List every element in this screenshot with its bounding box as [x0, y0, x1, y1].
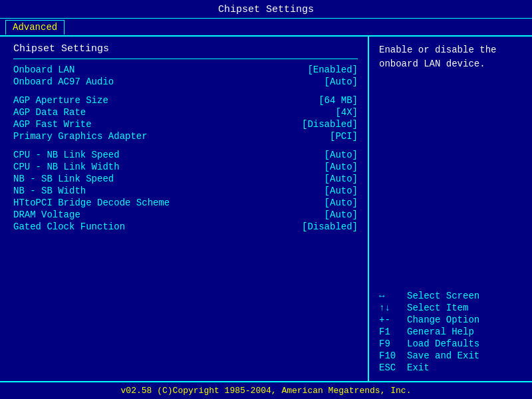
nb-sb-speed-value: [Auto] — [325, 174, 358, 184]
key-label-4: F9 — [379, 338, 407, 349]
help-text: Enable or disable the onboard LAN device… — [379, 43, 522, 71]
key-desc-5: Save and Exit — [407, 350, 479, 361]
left-panel: Chipset Settings Onboard LAN [Enabled] O… — [0, 37, 369, 381]
section-title: Chipset Settings — [13, 43, 358, 55]
key-row-6: ESC Exit — [379, 362, 522, 373]
settings-group-1: AGP Aperture Size [64 MB] AGP Data Rate … — [13, 95, 358, 143]
title-text: Chipset Settings — [218, 4, 314, 15]
footer-text: v02.58 (C)Copyright 1985-2004, American … — [121, 386, 412, 396]
key-desc-3: General Help — [407, 327, 474, 337]
cpu-nb-speed-value: [Auto] — [325, 150, 358, 160]
title-bar: Chipset Settings — [0, 0, 532, 19]
cpu-nb-speed-label: CPU - NB Link Speed — [13, 150, 120, 160]
setting-row-primary-graphics: Primary Graphics Adapter [PCI] — [13, 131, 358, 142]
ac97-value: [Auto] — [325, 76, 358, 87]
nb-sb-speed-label: NB - SB Link Speed — [13, 174, 114, 184]
key-label-0: ↔ — [379, 291, 407, 301]
primary-graphics-label: Primary Graphics Adapter — [13, 131, 148, 142]
agp-aperture-label: AGP Aperture Size — [13, 95, 108, 106]
tab-advanced[interactable]: Advanced — [5, 20, 65, 35]
primary-graphics-value: [PCI] — [330, 131, 358, 142]
setting-row-httopci: HTtoPCI Bridge Decode Scheme [Auto] — [13, 198, 358, 208]
setting-row-gated-clock: Gated Clock Function [Disabled] — [13, 221, 358, 232]
main-content: Chipset Settings Onboard LAN [Enabled] O… — [0, 37, 532, 381]
gated-clock-value: [Disabled] — [302, 221, 358, 232]
agp-rate-label: AGP Data Rate — [13, 107, 86, 118]
setting-row-ac97: Onboard AC97 Audio [Auto] — [13, 76, 358, 87]
settings-group-0: Onboard LAN [Enabled] Onboard AC97 Audio… — [13, 65, 358, 88]
agp-rate-value: [4X] — [335, 107, 358, 118]
setting-row-cpu-nb-width: CPU - NB Link Width [Auto] — [13, 162, 358, 172]
settings-group-2: CPU - NB Link Speed [Auto] CPU - NB Link… — [13, 150, 358, 233]
bios-screen: Chipset Settings Advanced Chipset Settin… — [0, 0, 532, 399]
httopci-value: [Auto] — [325, 198, 358, 208]
agp-aperture-value: [64 MB] — [319, 95, 358, 106]
key-row-2: +- Change Option — [379, 315, 522, 325]
key-row-0: ↔ Select Screen — [379, 291, 522, 301]
ac97-label: Onboard AC97 Audio — [13, 76, 114, 87]
key-desc-2: Change Option — [407, 315, 479, 325]
key-desc-6: Exit — [407, 362, 430, 373]
footer: v02.58 (C)Copyright 1985-2004, American … — [0, 381, 532, 399]
dram-voltage-label: DRAM Voltage — [13, 209, 80, 220]
onboard-lan-label: Onboard LAN — [13, 65, 74, 75]
key-label-5: F10 — [379, 350, 407, 361]
key-label-1: ↑↓ — [379, 303, 407, 313]
help-line2: onboard LAN device. — [379, 57, 522, 71]
key-row-5: F10 Save and Exit — [379, 350, 522, 361]
help-line1: Enable or disable the — [379, 43, 522, 57]
right-panel: Enable or disable the onboard LAN device… — [369, 37, 532, 381]
onboard-lan-value: [Enabled] — [307, 65, 358, 75]
dram-voltage-value: [Auto] — [325, 209, 358, 220]
key-label-6: ESC — [379, 362, 407, 373]
key-row-1: ↑↓ Select Item — [379, 303, 522, 313]
divider — [13, 59, 358, 59]
agp-fast-write-label: AGP Fast Write — [13, 119, 92, 130]
key-label-2: +- — [379, 315, 407, 325]
gated-clock-label: Gated Clock Function — [13, 221, 125, 232]
setting-row-cpu-nb-speed: CPU - NB Link Speed [Auto] — [13, 150, 358, 160]
key-desc-0: Select Screen — [407, 291, 479, 301]
cpu-nb-width-label: CPU - NB Link Width — [13, 162, 120, 172]
nb-sb-width-label: NB - SB Width — [13, 186, 86, 196]
key-help: ↔ Select Screen ↑↓ Select Item +- Change… — [379, 291, 522, 374]
setting-row-agp-rate: AGP Data Rate [4X] — [13, 107, 358, 118]
setting-row-agp-aperture: AGP Aperture Size [64 MB] — [13, 95, 358, 106]
key-row-3: F1 General Help — [379, 327, 522, 337]
cpu-nb-width-value: [Auto] — [325, 162, 358, 172]
nb-sb-width-value: [Auto] — [325, 186, 358, 196]
tab-row: Advanced — [0, 19, 532, 37]
key-label-3: F1 — [379, 327, 407, 337]
setting-row-dram-voltage: DRAM Voltage [Auto] — [13, 209, 358, 220]
key-row-4: F9 Load Defaults — [379, 338, 522, 349]
agp-fast-write-value: [Disabled] — [302, 119, 358, 130]
key-desc-4: Load Defaults — [407, 338, 479, 349]
setting-row-agp-fast-write: AGP Fast Write [Disabled] — [13, 119, 358, 130]
key-desc-1: Select Item — [407, 303, 468, 313]
setting-row-nb-sb-speed: NB - SB Link Speed [Auto] — [13, 174, 358, 184]
setting-row-onboard-lan: Onboard LAN [Enabled] — [13, 65, 358, 75]
setting-row-nb-sb-width: NB - SB Width [Auto] — [13, 186, 358, 196]
httopci-label: HTtoPCI Bridge Decode Scheme — [13, 198, 170, 208]
